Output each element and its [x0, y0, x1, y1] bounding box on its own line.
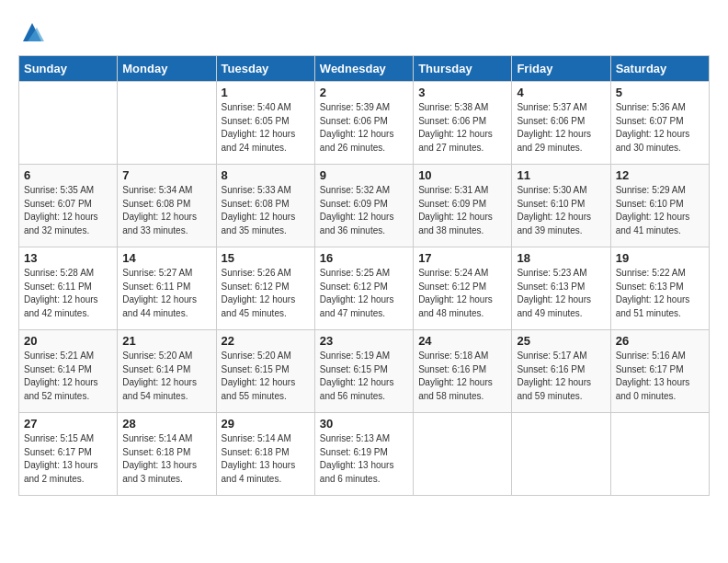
day-info: Sunrise: 5:23 AM Sunset: 6:13 PM Dayligh… [517, 267, 605, 320]
day-info: Sunrise: 5:21 AM Sunset: 6:14 PM Dayligh… [24, 350, 112, 403]
header [18, 18, 710, 46]
day-cell: 17Sunrise: 5:24 AM Sunset: 6:12 PM Dayli… [414, 247, 512, 330]
day-cell [19, 82, 118, 165]
day-cell [512, 413, 610, 496]
day-info: Sunrise: 5:14 AM Sunset: 6:18 PM Dayligh… [222, 432, 310, 486]
logo-icon [18, 18, 46, 46]
day-number: 2 [320, 86, 408, 99]
day-number: 23 [320, 334, 408, 348]
day-header-saturday: Saturday [610, 56, 709, 82]
day-number: 21 [122, 334, 210, 348]
day-cell: 19Sunrise: 5:22 AM Sunset: 6:13 PM Dayli… [610, 247, 709, 330]
day-number: 18 [517, 251, 605, 265]
day-info: Sunrise: 5:27 AM Sunset: 6:11 PM Dayligh… [122, 267, 210, 320]
day-number: 14 [122, 251, 210, 265]
day-number: 19 [616, 251, 704, 265]
week-row-2: 6Sunrise: 5:35 AM Sunset: 6:07 PM Daylig… [19, 165, 710, 247]
day-number: 26 [616, 334, 704, 348]
header-row: SundayMondayTuesdayWednesdayThursdayFrid… [19, 56, 710, 82]
day-number: 9 [320, 168, 408, 182]
day-info: Sunrise: 5:39 AM Sunset: 6:06 PM Dayligh… [320, 101, 408, 155]
day-info: Sunrise: 5:28 AM Sunset: 6:11 PM Dayligh… [24, 267, 112, 320]
day-info: Sunrise: 5:37 AM Sunset: 6:06 PM Dayligh… [517, 101, 605, 155]
day-info: Sunrise: 5:34 AM Sunset: 6:08 PM Dayligh… [122, 184, 210, 237]
day-info: Sunrise: 5:38 AM Sunset: 6:06 PM Dayligh… [418, 101, 506, 155]
day-cell: 18Sunrise: 5:23 AM Sunset: 6:13 PM Dayli… [512, 247, 610, 330]
day-number: 8 [222, 168, 310, 182]
day-number: 10 [418, 168, 506, 182]
day-cell: 25Sunrise: 5:17 AM Sunset: 6:16 PM Dayli… [512, 330, 610, 413]
day-cell: 10Sunrise: 5:31 AM Sunset: 6:09 PM Dayli… [414, 165, 512, 247]
day-number: 17 [418, 251, 506, 265]
day-number: 3 [418, 86, 506, 99]
day-header-tuesday: Tuesday [216, 56, 314, 82]
calendar-table: SundayMondayTuesdayWednesdayThursdayFrid… [18, 55, 710, 496]
day-info: Sunrise: 5:33 AM Sunset: 6:08 PM Dayligh… [222, 184, 310, 237]
day-info: Sunrise: 5:13 AM Sunset: 6:19 PM Dayligh… [320, 432, 408, 486]
day-info: Sunrise: 5:14 AM Sunset: 6:18 PM Dayligh… [122, 432, 210, 486]
day-number: 6 [24, 168, 112, 182]
day-number: 1 [222, 86, 310, 99]
week-row-4: 20Sunrise: 5:21 AM Sunset: 6:14 PM Dayli… [19, 330, 710, 413]
day-info: Sunrise: 5:17 AM Sunset: 6:16 PM Dayligh… [517, 350, 605, 403]
day-number: 22 [222, 334, 310, 348]
day-number: 11 [517, 168, 605, 182]
day-cell: 29Sunrise: 5:14 AM Sunset: 6:18 PM Dayli… [216, 413, 314, 496]
day-info: Sunrise: 5:31 AM Sunset: 6:09 PM Dayligh… [418, 184, 506, 237]
day-info: Sunrise: 5:20 AM Sunset: 6:14 PM Dayligh… [122, 350, 210, 403]
day-cell [414, 413, 512, 496]
day-info: Sunrise: 5:32 AM Sunset: 6:09 PM Dayligh… [320, 184, 408, 237]
page: SundayMondayTuesdayWednesdayThursdayFrid… [0, 0, 728, 505]
day-cell: 23Sunrise: 5:19 AM Sunset: 6:15 PM Dayli… [314, 330, 413, 413]
day-number: 12 [616, 168, 704, 182]
day-number: 7 [122, 168, 210, 182]
day-cell: 27Sunrise: 5:15 AM Sunset: 6:17 PM Dayli… [19, 413, 118, 496]
day-cell: 21Sunrise: 5:20 AM Sunset: 6:14 PM Dayli… [118, 330, 216, 413]
day-cell: 7Sunrise: 5:34 AM Sunset: 6:08 PM Daylig… [118, 165, 216, 247]
day-cell: 22Sunrise: 5:20 AM Sunset: 6:15 PM Dayli… [216, 330, 314, 413]
day-cell: 1Sunrise: 5:40 AM Sunset: 6:05 PM Daylig… [216, 82, 314, 165]
day-number: 15 [222, 251, 310, 265]
day-cell: 16Sunrise: 5:25 AM Sunset: 6:12 PM Dayli… [314, 247, 413, 330]
day-info: Sunrise: 5:20 AM Sunset: 6:15 PM Dayligh… [222, 350, 310, 403]
day-info: Sunrise: 5:15 AM Sunset: 6:17 PM Dayligh… [24, 432, 112, 486]
calendar-body: 1Sunrise: 5:40 AM Sunset: 6:05 PM Daylig… [19, 82, 710, 496]
day-cell: 28Sunrise: 5:14 AM Sunset: 6:18 PM Dayli… [118, 413, 216, 496]
day-header-wednesday: Wednesday [314, 56, 413, 82]
day-number: 16 [320, 251, 408, 265]
day-info: Sunrise: 5:22 AM Sunset: 6:13 PM Dayligh… [616, 267, 704, 320]
day-number: 27 [24, 417, 112, 431]
day-cell [610, 413, 709, 496]
day-number: 29 [222, 417, 310, 431]
day-cell: 12Sunrise: 5:29 AM Sunset: 6:10 PM Dayli… [610, 165, 709, 247]
day-cell: 6Sunrise: 5:35 AM Sunset: 6:07 PM Daylig… [19, 165, 118, 247]
day-number: 28 [122, 417, 210, 431]
day-info: Sunrise: 5:35 AM Sunset: 6:07 PM Dayligh… [24, 184, 112, 237]
day-cell [118, 82, 216, 165]
day-info: Sunrise: 5:30 AM Sunset: 6:10 PM Dayligh… [517, 184, 605, 237]
day-number: 5 [616, 86, 704, 99]
day-info: Sunrise: 5:25 AM Sunset: 6:12 PM Dayligh… [320, 267, 408, 320]
day-cell: 13Sunrise: 5:28 AM Sunset: 6:11 PM Dayli… [19, 247, 118, 330]
day-info: Sunrise: 5:16 AM Sunset: 6:17 PM Dayligh… [616, 350, 704, 403]
day-number: 20 [24, 334, 112, 348]
week-row-3: 13Sunrise: 5:28 AM Sunset: 6:11 PM Dayli… [19, 247, 710, 330]
week-row-1: 1Sunrise: 5:40 AM Sunset: 6:05 PM Daylig… [19, 82, 710, 165]
day-cell: 11Sunrise: 5:30 AM Sunset: 6:10 PM Dayli… [512, 165, 610, 247]
day-header-thursday: Thursday [414, 56, 512, 82]
day-cell: 26Sunrise: 5:16 AM Sunset: 6:17 PM Dayli… [610, 330, 709, 413]
day-info: Sunrise: 5:18 AM Sunset: 6:16 PM Dayligh… [418, 350, 506, 403]
day-cell: 4Sunrise: 5:37 AM Sunset: 6:06 PM Daylig… [512, 82, 610, 165]
logo [18, 18, 50, 46]
day-number: 13 [24, 251, 112, 265]
day-info: Sunrise: 5:24 AM Sunset: 6:12 PM Dayligh… [418, 267, 506, 320]
day-number: 30 [320, 417, 408, 431]
day-cell: 8Sunrise: 5:33 AM Sunset: 6:08 PM Daylig… [216, 165, 314, 247]
day-cell: 5Sunrise: 5:36 AM Sunset: 6:07 PM Daylig… [610, 82, 709, 165]
day-cell: 3Sunrise: 5:38 AM Sunset: 6:06 PM Daylig… [414, 82, 512, 165]
day-header-friday: Friday [512, 56, 610, 82]
day-number: 24 [418, 334, 506, 348]
day-cell: 15Sunrise: 5:26 AM Sunset: 6:12 PM Dayli… [216, 247, 314, 330]
day-number: 25 [517, 334, 605, 348]
day-cell: 2Sunrise: 5:39 AM Sunset: 6:06 PM Daylig… [314, 82, 413, 165]
